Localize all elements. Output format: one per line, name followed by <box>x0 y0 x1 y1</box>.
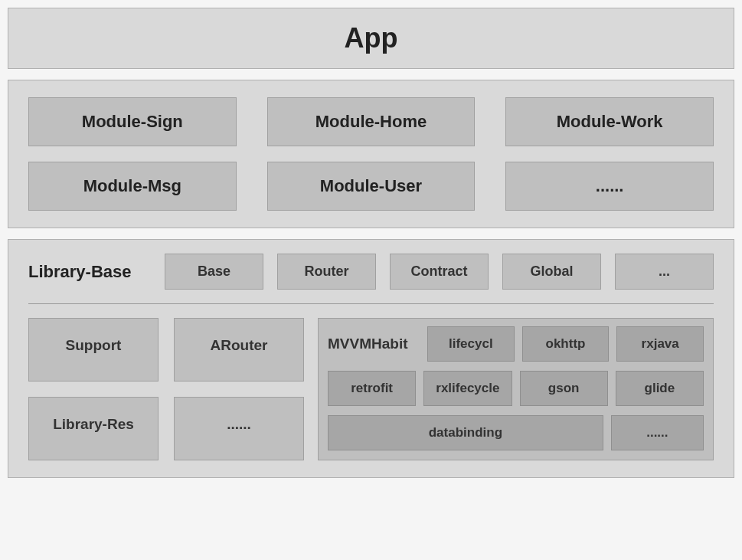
library-base-items: Base Router Contract Global ... <box>165 254 714 290</box>
library-base-title: Library-Base <box>28 262 151 282</box>
divider <box>28 303 714 304</box>
mvvm-okhttp: okhttp <box>522 326 610 362</box>
mvvm-rxjava: rxjava <box>616 326 704 362</box>
mvvm-retrofit: retrofit <box>328 371 416 406</box>
libbase-base: Base <box>165 254 263 290</box>
library-layer: Library-Base Base Router Contract Global… <box>8 239 734 478</box>
library-bottom-row: Support ARouter Library-Res ...... MVVMH… <box>28 318 714 460</box>
module-user: Module-User <box>267 162 476 211</box>
mvvm-glide: glide <box>616 371 704 406</box>
module-work: Module-Work <box>505 97 714 146</box>
app-title: App <box>8 22 734 54</box>
libbase-global: Global <box>502 254 601 290</box>
libbase-contract: Contract <box>390 254 489 290</box>
modules-layer: Module-Sign Module-Home Module-Work Modu… <box>8 80 734 228</box>
mvvm-lifecycle: lifecycl <box>427 326 515 362</box>
mvvm-gson: gson <box>520 371 608 406</box>
mvvm-row1-items: lifecycl okhttp rxjava <box>427 326 704 362</box>
app-layer: App <box>8 8 734 69</box>
library-base-row: Library-Base Base Router Contract Global… <box>28 254 714 290</box>
libbase-more: ... <box>615 254 714 290</box>
lib-res: Library-Res <box>28 397 159 460</box>
module-sign: Module-Sign <box>28 97 237 146</box>
mvvm-rxlifecycle: rxlifecycle <box>423 371 512 406</box>
libbase-router: Router <box>277 254 376 290</box>
mvvm-more: ...... <box>611 415 704 450</box>
mvvmhabit-block: MVVMHabit lifecycl okhttp rxjava retrofi… <box>318 318 714 460</box>
mvvm-row3: databinding ...... <box>328 415 704 450</box>
modules-grid: Module-Sign Module-Home Module-Work Modu… <box>28 97 714 211</box>
lib-left-more: ...... <box>174 397 304 460</box>
mvvm-row2: retrofit rxlifecycle gson glide <box>328 371 704 406</box>
mvvm-databinding: databinding <box>328 415 603 450</box>
module-home: Module-Home <box>267 97 476 146</box>
mvvm-row1: MVVMHabit lifecycl okhttp rxjava <box>328 326 704 362</box>
module-more: ...... <box>505 162 714 211</box>
library-left-block: Support ARouter Library-Res ...... <box>28 318 304 460</box>
lib-arouter: ARouter <box>174 318 304 382</box>
module-msg: Module-Msg <box>28 162 237 211</box>
lib-support: Support <box>28 318 159 382</box>
mvvmhabit-title: MVVMHabit <box>328 328 420 360</box>
